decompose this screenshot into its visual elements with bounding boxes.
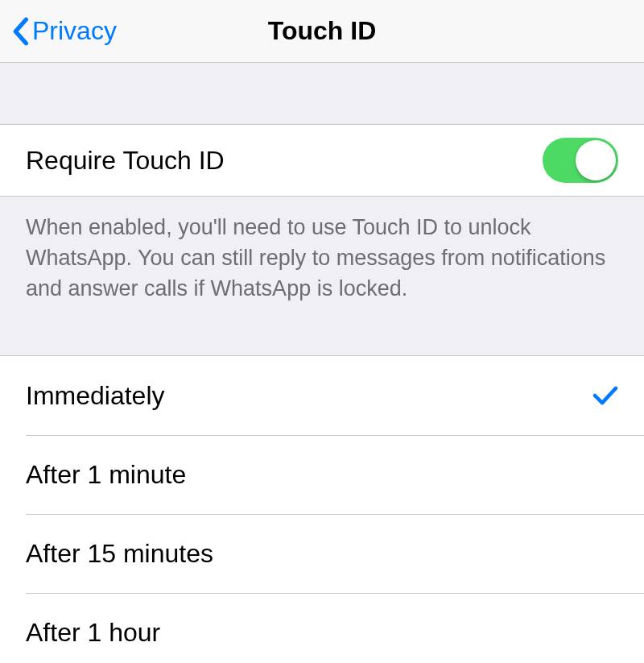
require-touch-id-label: Require Touch ID [26, 146, 225, 176]
option-immediately[interactable]: Immediately [0, 356, 644, 435]
chevron-left-icon [11, 17, 29, 46]
lock-timing-options: Immediately After 1 minute After 15 minu… [0, 355, 644, 663]
require-touch-id-cell: Require Touch ID [0, 124, 644, 197]
section-footer-text: When enabled, you'll need to use Touch I… [0, 197, 644, 326]
option-after-1-hour[interactable]: After 1 hour [0, 593, 644, 663]
option-after-15-minutes[interactable]: After 15 minutes [0, 514, 644, 593]
option-label: Immediately [26, 381, 165, 411]
option-label: After 1 minute [26, 460, 186, 490]
back-button[interactable]: Privacy [11, 16, 117, 46]
require-touch-id-toggle[interactable] [543, 138, 618, 183]
option-after-1-minute[interactable]: After 1 minute [0, 435, 644, 514]
section-gap [0, 63, 644, 124]
back-label: Privacy [32, 16, 117, 46]
page-title: Touch ID [268, 16, 377, 46]
toggle-knob [576, 140, 616, 180]
checkmark-icon [592, 385, 618, 406]
option-label: After 15 minutes [26, 539, 213, 569]
option-label: After 1 hour [26, 618, 160, 648]
navbar: Privacy Touch ID [0, 0, 644, 63]
